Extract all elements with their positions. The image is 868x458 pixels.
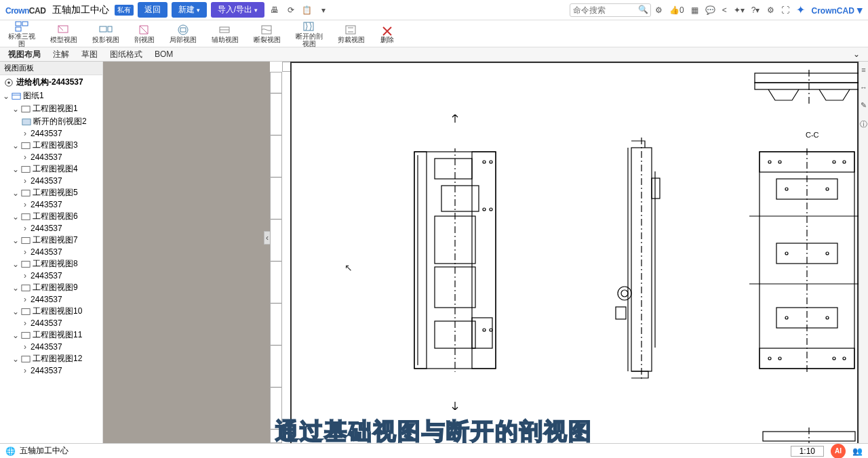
tree-view[interactable]: ⌄工程图视图6 bbox=[3, 210, 102, 223]
tab-4[interactable]: BOM bbox=[155, 49, 173, 59]
clipboard-icon[interactable]: 📋 bbox=[301, 5, 313, 15]
tab-2[interactable]: 草图 bbox=[81, 49, 98, 60]
like-button[interactable]: 👍0 bbox=[669, 5, 684, 15]
svg-rect-53 bbox=[652, 178, 660, 199]
back-button[interactable]: 返回 bbox=[138, 2, 167, 18]
collab-icon[interactable]: 👥 bbox=[852, 446, 863, 456]
tree-view[interactable]: ⌄工程图视图3 bbox=[3, 139, 102, 152]
svg-line-4 bbox=[58, 26, 63, 30]
tree-view[interactable]: ⌄工程图视图4 bbox=[3, 163, 102, 175]
edit-icon[interactable]: ✎ bbox=[861, 101, 867, 110]
tree-sheet[interactable]: ⌄ 图纸1 bbox=[3, 89, 102, 102]
fullscreen-icon[interactable]: ⛶ bbox=[781, 5, 789, 15]
svg-point-44 bbox=[483, 208, 486, 211]
svg-rect-27 bbox=[22, 308, 30, 314]
grid-icon[interactable]: ▦ bbox=[691, 5, 698, 15]
tree-child[interactable]: ›2443537 bbox=[3, 341, 102, 352]
svg-rect-1 bbox=[22, 22, 28, 26]
ribbon-local[interactable]: 局部视图 bbox=[170, 24, 197, 43]
ribbon-clip[interactable]: 剪裁视图 bbox=[338, 24, 365, 43]
svg-point-72 bbox=[785, 188, 788, 190]
tree-view[interactable]: ⌄工程图视图10 bbox=[3, 305, 102, 318]
tree-child[interactable]: ›2443537 bbox=[3, 152, 102, 163]
drawing-view-main-section[interactable] bbox=[404, 148, 506, 372]
tree-view[interactable]: ⌄工程图视图11 bbox=[3, 329, 102, 341]
tree-view[interactable]: ⌄工程图视图12 bbox=[3, 352, 102, 365]
tree-view[interactable]: ⌄工程图视图9 bbox=[3, 281, 102, 294]
svg-point-7 bbox=[178, 25, 188, 35]
drawing-view-cc-section[interactable] bbox=[746, 148, 868, 372]
tree-icon[interactable]: ⚙ bbox=[655, 5, 663, 15]
tree-child[interactable]: ›2443537 bbox=[3, 294, 102, 305]
tree-view[interactable]: ⌄工程图视图8 bbox=[3, 257, 102, 270]
measure-icon[interactable]: ↔ bbox=[860, 83, 867, 91]
share-icon[interactable]: < bbox=[722, 5, 727, 15]
ribbon-std[interactable]: 标准三视图 bbox=[8, 20, 35, 47]
svg-point-65 bbox=[778, 161, 781, 163]
tab-3[interactable]: 图纸格式 bbox=[110, 49, 142, 60]
ribbon-sect[interactable]: 剖视图 bbox=[134, 24, 155, 43]
svg-rect-37 bbox=[441, 186, 479, 211]
tree-view[interactable]: ⌄工程图视图7 bbox=[3, 234, 102, 247]
more-dropdown-icon[interactable]: ▾ bbox=[317, 5, 330, 15]
tree-child[interactable]: ›2443537 bbox=[3, 175, 102, 186]
svg-point-55 bbox=[621, 290, 628, 297]
tree-child[interactable]: ›2443537 bbox=[3, 199, 102, 210]
svg-rect-24 bbox=[22, 237, 30, 243]
tree-child[interactable]: ›2443537 bbox=[3, 223, 102, 234]
svg-point-46 bbox=[483, 329, 486, 331]
tree-view[interactable]: ⌄工程图视图1 bbox=[3, 102, 102, 115]
tree-child[interactable]: ›2443537 bbox=[3, 247, 102, 257]
drawing-view-elevation[interactable] bbox=[608, 138, 675, 381]
refresh-icon[interactable]: ⟳ bbox=[285, 5, 297, 15]
drawing-canvas[interactable]: 🔍 ⤢ 👁▾ 🗎 ◎▾ C-C bbox=[270, 62, 868, 443]
info-icon[interactable]: ⓘ bbox=[860, 119, 867, 129]
svg-point-69 bbox=[778, 357, 781, 360]
ribbon-model[interactable]: 模型视图 bbox=[50, 24, 77, 43]
tree-child[interactable]: 断开的剖视图2 bbox=[3, 115, 102, 128]
tab-0[interactable]: 视图布局 bbox=[8, 49, 41, 60]
svg-rect-22 bbox=[22, 190, 30, 196]
svg-point-54 bbox=[618, 287, 631, 300]
tree-child[interactable]: ›2443537 bbox=[3, 318, 102, 329]
import-export-button[interactable]: 导入/导出 bbox=[211, 2, 264, 18]
gear-icon[interactable]: ⚙ bbox=[767, 5, 774, 15]
ribbon-broken[interactable]: 断开的剖视图 bbox=[296, 20, 323, 47]
crowncad-icon[interactable]: ✦ bbox=[796, 3, 805, 16]
svg-point-71 bbox=[843, 357, 846, 360]
help-icon[interactable]: ?▾ bbox=[751, 5, 760, 15]
ribbon-proj[interactable]: 投影视图 bbox=[92, 24, 119, 43]
app-logo[interactable]: CrownCAD bbox=[5, 3, 45, 17]
comment-icon[interactable]: 💬 bbox=[705, 5, 715, 15]
new-button[interactable]: 新建 bbox=[172, 2, 207, 18]
tree-view[interactable]: ⌄工程图视图5 bbox=[3, 186, 102, 199]
tree-root[interactable]: 进给机构-2443537 bbox=[3, 75, 102, 89]
svg-rect-0 bbox=[16, 22, 21, 26]
tree-child[interactable]: ›2443537 bbox=[3, 270, 102, 281]
svg-point-47 bbox=[490, 329, 492, 331]
status-doc: 五轴加工中心 bbox=[20, 445, 68, 457]
svg-rect-19 bbox=[22, 119, 31, 125]
ribbon-aux[interactable]: 辅助视图 bbox=[212, 24, 239, 43]
settings-icon[interactable]: ✦▾ bbox=[734, 5, 745, 15]
globe-icon: 🌐 bbox=[5, 446, 16, 456]
ai-button[interactable]: AI bbox=[831, 444, 846, 459]
drawing-view-top[interactable] bbox=[751, 70, 867, 104]
panel-title: 视图面板 bbox=[0, 62, 102, 75]
ribbon-crop[interactable]: 断裂视图 bbox=[254, 24, 281, 43]
tree-child[interactable]: ›2443537 bbox=[3, 128, 102, 139]
ribbon-del[interactable]: 删除 bbox=[380, 24, 395, 43]
collapse-ribbon-icon[interactable]: ⌄ bbox=[853, 49, 860, 59]
layers-icon[interactable]: ≡ bbox=[861, 66, 865, 74]
search-icon[interactable]: 🔍 bbox=[638, 5, 648, 14]
svg-point-43 bbox=[490, 161, 492, 163]
print-icon[interactable]: 🖶 bbox=[269, 5, 281, 15]
zoom-indicator[interactable]: 1:10 bbox=[791, 446, 824, 457]
svg-point-67 bbox=[843, 161, 846, 163]
svg-point-66 bbox=[833, 161, 835, 163]
svg-rect-6 bbox=[108, 26, 112, 32]
right-toolbar: ≡ ↔ ✎ ⓘ bbox=[859, 62, 868, 443]
brand-menu[interactable]: CrownCAD ▾ bbox=[812, 4, 863, 16]
tree-child[interactable]: ›2443537 bbox=[3, 365, 102, 376]
tab-1[interactable]: 注解 bbox=[53, 49, 69, 60]
